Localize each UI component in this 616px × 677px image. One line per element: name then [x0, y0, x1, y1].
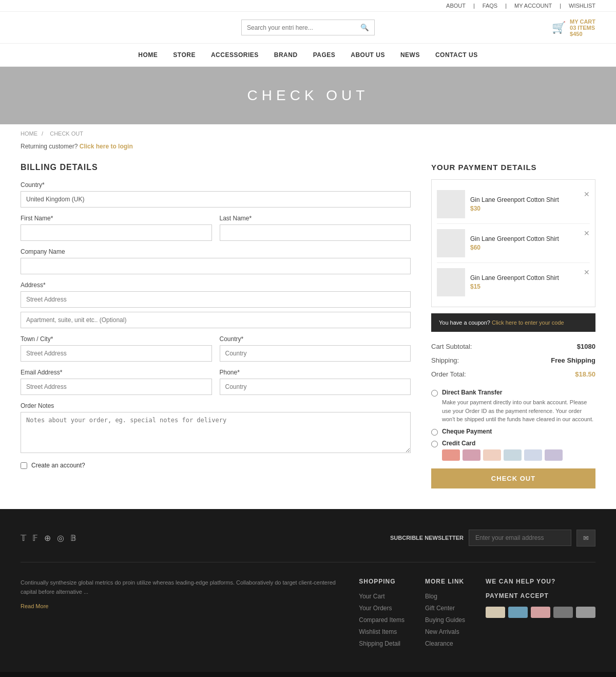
item-info-3: Gin Lane Greenport Cotton Shirt $15	[470, 274, 590, 290]
item-thumb-1	[437, 190, 465, 218]
nav-pages[interactable]: PAGES	[313, 51, 336, 59]
phone-group: Phone*	[220, 369, 411, 395]
gift-center-link[interactable]: Gift Center	[425, 605, 455, 612]
create-account-checkbox[interactable]	[21, 462, 27, 469]
your-cart-link[interactable]: Your Cart	[359, 593, 384, 600]
order-total-row: Order Total: $18.50	[431, 367, 595, 381]
newsletter-label: SUBCRIBLE NEWSLETTER	[390, 535, 464, 541]
street-address-input[interactable]	[21, 291, 411, 308]
breadcrumb-current: CHECK OUT	[50, 130, 83, 137]
buying-guides-link[interactable]: Buying Guides	[425, 616, 465, 624]
clearance-link[interactable]: Clearance	[425, 640, 453, 647]
cart-area[interactable]: 🛒 MY CART 03 Items $450	[552, 18, 595, 37]
address-label: Address*	[21, 281, 411, 289]
blog-link[interactable]: Blog	[425, 593, 437, 600]
pa-logo-3	[531, 607, 550, 618]
shipping-detail-link[interactable]: Shipping Detail	[359, 640, 400, 647]
cc-logo-3	[483, 449, 501, 461]
coupon-bar[interactable]: You have a coupon? Click here to enter y…	[431, 313, 595, 332]
cart-subtotal-label: Cart Subtotal:	[431, 343, 472, 350]
returning-text: Returning customer?	[21, 143, 78, 150]
town-city-group: Town / City*	[21, 335, 212, 362]
newsletter-input[interactable]	[469, 530, 571, 546]
country-input[interactable]	[21, 191, 411, 208]
bank-transfer-radio[interactable]	[431, 390, 438, 397]
country2-input[interactable]	[220, 345, 411, 362]
street-address2-input[interactable]	[21, 312, 411, 328]
search-input[interactable]	[242, 21, 355, 35]
footer-help-col: WE CAN HELP YOU? PAYMENT ACCEPT	[486, 578, 595, 651]
phone-input[interactable]	[220, 379, 411, 395]
cheque-radio[interactable]	[431, 429, 438, 436]
city-country-row: Town / City* Country*	[21, 335, 411, 369]
first-name-input[interactable]	[21, 224, 212, 241]
country2-group: Country*	[220, 335, 411, 362]
twitter-icon[interactable]: 𝕋	[21, 533, 26, 543]
last-name-input[interactable]	[220, 224, 411, 241]
breadcrumb: HOME / CHECK OUT	[0, 124, 616, 143]
your-orders-link[interactable]: Your Orders	[359, 605, 392, 612]
payment-section: YOUR PAYMENT DETAILS Gin Lane Greenport …	[431, 163, 595, 488]
cheque-label: Cheque Payment	[442, 428, 492, 435]
search-wrap: 🔍	[241, 20, 375, 35]
town-city-input[interactable]	[21, 345, 212, 362]
email-label: Email Address*	[21, 369, 212, 376]
order-total-value: $18.50	[575, 370, 595, 378]
top-my-account[interactable]: MY ACCOUNT	[514, 3, 552, 9]
wishlist-items-link[interactable]: Wishlist Items	[359, 628, 397, 635]
login-link[interactable]: Click here to login	[80, 143, 133, 150]
item-remove-2[interactable]: ✕	[584, 229, 590, 237]
shipping-row: Shipping: Free Shipping	[431, 353, 595, 367]
read-more-link[interactable]: Read More	[21, 603, 48, 609]
new-arrivals-link[interactable]: New Arrivals	[425, 628, 459, 635]
nav-brand[interactable]: BRAND	[274, 51, 298, 59]
pinterest-icon[interactable]: ⊕	[44, 533, 51, 543]
top-about[interactable]: ABOUT	[446, 3, 466, 9]
item-remove-3[interactable]: ✕	[584, 268, 590, 276]
breadcrumb-home[interactable]: HOME	[21, 130, 37, 137]
pa-logo-5	[576, 607, 595, 618]
facebook-icon[interactable]: 𝔽	[32, 533, 38, 543]
billing-section: BILLING DETAILS Country* First Name* Las…	[21, 163, 411, 488]
search-button[interactable]: 🔍	[355, 20, 374, 35]
coupon-link[interactable]: Click here to enter your code	[492, 319, 564, 326]
behance-icon[interactable]: 𝔹	[70, 533, 76, 543]
item-thumb-2	[437, 229, 465, 257]
create-account-label: Create an account?	[31, 462, 85, 469]
footer-more-col: MORE LINK Blog Gift Center Buying Guides…	[425, 578, 465, 651]
cart-label: MY CART	[570, 18, 595, 25]
top-faqs[interactable]: FAQS	[483, 3, 497, 9]
pa-logo-1	[486, 607, 505, 618]
payment-item: Gin Lane Greenport Cotton Shirt $60 ✕	[437, 224, 590, 263]
cc-logo-5	[524, 449, 542, 461]
nav-store[interactable]: STORE	[173, 51, 196, 59]
cart-text: MY CART 03 Items $450	[570, 18, 595, 37]
instagram-icon[interactable]: ◎	[57, 533, 64, 543]
pa-logo-2	[508, 607, 528, 618]
nav-news[interactable]: NEWS	[400, 51, 420, 59]
item-thumb-3	[437, 268, 465, 296]
newsletter-submit[interactable]: ✉	[576, 530, 595, 547]
cc-logo-1	[442, 449, 460, 461]
payment-accept-title: PAYMENT ACCEPT	[486, 592, 595, 599]
nav-about-us[interactable]: ABOUT US	[351, 51, 385, 59]
phone-label: Phone*	[220, 369, 411, 376]
email-group: Email Address*	[21, 369, 212, 395]
address-group: Address*	[21, 281, 411, 328]
payment-items-list: Gin Lane Greenport Cotton Shirt $30 ✕ Gi…	[431, 179, 595, 307]
nav-home[interactable]: HOME	[138, 51, 158, 59]
checkout-button[interactable]: CHECK OUT	[431, 468, 595, 488]
payment-methods: Direct Bank Transfer Make your payment d…	[431, 389, 595, 461]
nav-contact-us[interactable]: CONTACT US	[435, 51, 478, 59]
compared-items-link[interactable]: Compared Items	[359, 616, 405, 624]
item-remove-1[interactable]: ✕	[584, 190, 590, 198]
pa-logo-4	[553, 607, 573, 618]
company-input[interactable]	[21, 258, 411, 274]
credit-card-radio[interactable]	[431, 441, 438, 447]
email-input[interactable]	[21, 379, 212, 395]
top-wishlist[interactable]: WISHLIST	[569, 3, 595, 9]
item-info-1: Gin Lane Greenport Cotton Shirt $30	[470, 196, 590, 212]
order-notes-input[interactable]	[21, 412, 411, 453]
nav-accessories[interactable]: ACCESSORIES	[211, 51, 259, 59]
cheque-method: Cheque Payment	[431, 428, 595, 436]
